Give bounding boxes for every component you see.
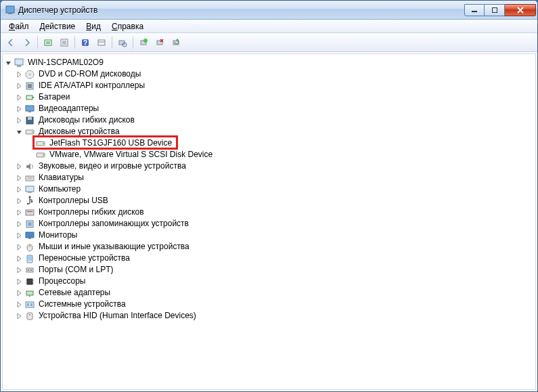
svg-rect-54 xyxy=(26,268,33,272)
tree-category[interactable]: Переносные устройства xyxy=(4,253,534,264)
tree-category[interactable]: Клавиатуры xyxy=(4,172,534,183)
menu-file[interactable]: Файл xyxy=(3,20,35,32)
expand-icon[interactable] xyxy=(15,105,23,113)
maximize-button[interactable] xyxy=(485,4,505,16)
network-icon xyxy=(24,288,35,299)
minimize-button[interactable] xyxy=(464,4,485,16)
drive-icon xyxy=(35,138,46,149)
expand-icon[interactable] xyxy=(15,174,23,182)
tree-device-label: VMware, VMware Virtual S SCSI Disk Devic… xyxy=(48,149,214,160)
svg-point-68 xyxy=(29,314,30,315)
svg-point-35 xyxy=(43,154,44,156)
titlebar[interactable]: Диспетчер устройств xyxy=(1,1,537,20)
tree-category[interactable]: Процессоры xyxy=(4,276,534,287)
system-icon xyxy=(24,299,35,310)
tree-category[interactable]: Компьютер xyxy=(4,183,534,195)
tree-category[interactable]: DVD и CD-ROM дисководы xyxy=(4,68,534,80)
portable-icon xyxy=(24,253,35,264)
tree-category-label: Мониторы xyxy=(37,230,79,241)
expand-icon[interactable] xyxy=(15,70,23,79)
expand-icon[interactable] xyxy=(15,220,23,228)
tree-content[interactable]: WIN-1SCPAML02O9DVD и CD-ROM дисководыIDE… xyxy=(2,53,536,390)
expand-icon[interactable] xyxy=(15,312,23,320)
expand-icon[interactable] xyxy=(15,255,23,263)
svg-rect-3 xyxy=(46,41,50,44)
svg-rect-27 xyxy=(28,111,31,112)
menu-help[interactable]: Справка xyxy=(106,20,149,32)
expand-icon[interactable] xyxy=(15,266,23,274)
show-hidden-button[interactable] xyxy=(41,35,55,50)
close-button[interactable] xyxy=(505,4,536,16)
expand-icon[interactable] xyxy=(15,243,23,251)
monitor-icon xyxy=(24,230,35,241)
toolbar: ? xyxy=(1,33,537,52)
svg-rect-64 xyxy=(26,302,34,307)
svg-rect-24 xyxy=(26,95,32,100)
expand-icon[interactable] xyxy=(15,93,23,102)
svg-point-41 xyxy=(29,196,31,198)
expand-icon[interactable] xyxy=(15,186,23,194)
tree-category[interactable]: Батареи xyxy=(4,91,534,103)
tree-category[interactable]: Дисководы гибких дисков xyxy=(4,114,534,126)
tree-category[interactable]: Видеоадаптеры xyxy=(4,103,534,114)
svg-point-43 xyxy=(31,200,33,202)
expand-icon[interactable] xyxy=(15,116,23,125)
tree-category[interactable]: Порты (COM и LPT) xyxy=(4,264,534,276)
expand-icon[interactable] xyxy=(15,301,23,309)
tree-category[interactable]: Контроллеры запоминающих устройств xyxy=(4,218,534,230)
svg-rect-29 xyxy=(28,117,32,120)
properties-button[interactable] xyxy=(57,35,72,50)
storage-icon xyxy=(24,219,35,230)
tree-root-node[interactable]: WIN-1SCPAML02O9 xyxy=(4,57,534,68)
svg-rect-25 xyxy=(32,97,34,98)
svg-rect-10 xyxy=(98,40,105,45)
tree-category[interactable]: Мыши и иные указывающие устройства xyxy=(4,241,534,253)
tree-category[interactable]: Системные устройства xyxy=(4,299,534,310)
svg-rect-42 xyxy=(27,203,28,204)
svg-rect-19 xyxy=(17,65,21,67)
expand-icon[interactable] xyxy=(15,289,23,297)
expand-icon[interactable] xyxy=(15,278,23,286)
svg-rect-57 xyxy=(27,279,32,284)
expand-icon[interactable] xyxy=(15,162,23,171)
uninstall-button[interactable] xyxy=(152,35,167,50)
tree-category[interactable]: Контроллеры USB xyxy=(4,195,534,206)
svg-rect-45 xyxy=(27,211,32,212)
collapse-icon[interactable] xyxy=(15,128,23,136)
expand-icon[interactable] xyxy=(15,209,23,217)
tree-device[interactable]: VMware, VMware Virtual S SCSI Disk Devic… xyxy=(4,149,534,160)
tree-category-label: Батареи xyxy=(37,91,71,103)
tree-category[interactable]: Сетевые адаптеры xyxy=(4,287,534,299)
collapse-icon[interactable] xyxy=(4,59,12,67)
expand-icon[interactable] xyxy=(15,232,23,240)
svg-point-56 xyxy=(30,269,32,271)
enable-button[interactable] xyxy=(136,35,151,50)
tree-category[interactable]: Устройства HID (Human Interface Devices) xyxy=(4,310,534,322)
detail-button[interactable] xyxy=(94,35,109,50)
svg-rect-26 xyxy=(26,106,34,111)
svg-point-31 xyxy=(32,131,33,133)
update-button[interactable] xyxy=(169,35,183,50)
expand-icon[interactable] xyxy=(15,82,23,90)
svg-point-21 xyxy=(28,73,31,76)
forward-button[interactable] xyxy=(20,35,35,50)
tree-category-label: Мыши и иные указывающие устройства xyxy=(37,241,191,253)
expand-icon[interactable] xyxy=(15,197,23,205)
help-button[interactable]: ? xyxy=(78,35,93,50)
display-icon xyxy=(24,104,35,114)
tree-category[interactable]: Дисковые устройства xyxy=(4,126,534,137)
tree-category[interactable]: Контроллеры гибких дисков xyxy=(4,206,534,218)
tree-category[interactable]: Мониторы xyxy=(4,230,534,241)
back-button[interactable] xyxy=(3,35,18,50)
scan-button[interactable] xyxy=(115,35,130,50)
menu-action[interactable]: Действие xyxy=(35,20,81,32)
tree-category-label: Контроллеры запоминающих устройств xyxy=(37,218,190,230)
tree-category[interactable]: Звуковые, видео и игровые устройства xyxy=(4,160,534,172)
tree-device[interactable]: JetFlash TS1GJF160 USB Device xyxy=(4,137,534,149)
chip-icon xyxy=(24,81,35,91)
svg-rect-23 xyxy=(28,84,32,88)
menu-view[interactable]: Вид xyxy=(81,20,106,32)
app-icon xyxy=(5,5,16,16)
tree-category[interactable]: IDE ATA/ATAPI контроллеры xyxy=(4,80,534,91)
drive-icon xyxy=(24,127,35,137)
